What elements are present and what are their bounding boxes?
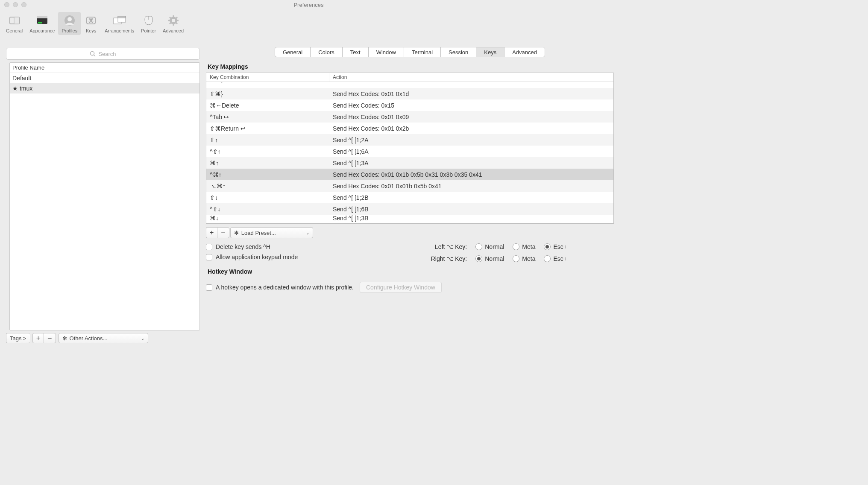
gear-icon: ✻: [62, 335, 67, 342]
other-actions-dropdown[interactable]: ✻ Other Actions... ⌄: [59, 333, 148, 343]
right-opt-esc[interactable]: Esc+: [544, 255, 567, 262]
table-row[interactable]: ^Tab ↦ Send Hex Codes: 0x01 0x09: [206, 111, 613, 123]
table-row[interactable]: ⌘↓ Send ^[ [1;3B: [206, 215, 613, 223]
svg-point-14: [172, 19, 175, 22]
svg-rect-3: [37, 16, 47, 18]
svg-rect-11: [118, 16, 126, 18]
remove-profile-button[interactable]: −: [44, 333, 56, 343]
toolbar-appearance[interactable]: Appearance: [26, 12, 58, 35]
svg-rect-4: [38, 22, 42, 23]
subtab-terminal[interactable]: Terminal: [404, 47, 441, 57]
table-row[interactable]: ^⇧↑ Send ^[ [1;6A: [206, 146, 613, 157]
pointer-icon: [142, 14, 155, 27]
gear-icon: [167, 14, 180, 27]
key-mappings-title: Key Mappings: [208, 63, 614, 70]
add-profile-button[interactable]: +: [32, 333, 44, 343]
gear-icon: ✻: [234, 230, 239, 236]
keys-icon: ⌘: [84, 14, 98, 27]
preferences-window: Preferences General Appearance Profiles …: [0, 0, 617, 348]
left-opt-meta[interactable]: Meta: [513, 243, 535, 250]
table-row[interactable]: ⌥⌘↑ Send Hex Codes: 0x01 0x01b 0x5b 0x41: [206, 180, 613, 192]
search-input[interactable]: Search: [6, 48, 200, 60]
right-opt-label: Right ⌥ Key:: [431, 255, 467, 262]
subtab-colors[interactable]: Colors: [311, 47, 343, 57]
profile-detail-panel: General Colors Text Window Terminal Sess…: [206, 45, 614, 343]
arrangements-icon: [113, 14, 126, 27]
toolbar-advanced[interactable]: Advanced: [159, 12, 187, 35]
table-row[interactable]: ⌘←Delete Send Hex Codes: 0x15: [206, 99, 613, 111]
toolbar-pointer[interactable]: Pointer: [138, 12, 159, 35]
svg-text:⌘: ⌘: [88, 17, 94, 24]
settings-icon: [8, 14, 21, 27]
key-mappings-table[interactable]: Key Combination Action ⇧⌘{ Send Hex Code…: [206, 73, 614, 224]
toolbar-profiles[interactable]: Profiles: [58, 12, 81, 35]
table-body: ⇧⌘{ Send Hex Codes: 0x01 0x1b ⇧⌘} Send H…: [206, 82, 613, 223]
toolbar-arrangements[interactable]: Arrangements: [101, 12, 138, 35]
profile-subtabs: General Colors Text Window Terminal Sess…: [275, 47, 545, 57]
delete-sends-checkbox[interactable]: Delete key sends ^H: [206, 243, 298, 250]
search-icon: [90, 51, 96, 57]
subtab-session[interactable]: Session: [441, 47, 476, 57]
subtab-window[interactable]: Window: [369, 47, 404, 57]
chevron-down-icon: ⌄: [141, 336, 144, 341]
left-opt-label: Left ⌥ Key:: [431, 243, 467, 250]
svg-line-20: [176, 23, 177, 24]
table-row[interactable]: ⌘↑ Send ^[ [1;3A: [206, 157, 613, 169]
svg-point-23: [91, 52, 94, 56]
checkbox-icon: [206, 254, 212, 260]
svg-rect-1: [14, 17, 19, 24]
toolbar-general[interactable]: General: [3, 12, 26, 35]
profiles-header: Profile Name: [10, 63, 199, 73]
table-row[interactable]: ⇧↓ Send ^[ [1;2B: [206, 192, 613, 203]
subtab-keys[interactable]: Keys: [476, 47, 504, 57]
svg-line-24: [94, 55, 95, 56]
titlebar: Preferences: [0, 0, 617, 9]
left-opt-normal[interactable]: Normal: [475, 243, 504, 250]
table-row[interactable]: ⇧↑ Send ^[ [1;2A: [206, 134, 613, 146]
profiles-panel: Search Profile Name Default ★ tmux Tags …: [3, 45, 202, 343]
checkbox-icon: [206, 284, 212, 291]
load-preset-dropdown[interactable]: ✻ Load Preset... ⌄: [230, 227, 313, 238]
chevron-down-icon: ⌄: [306, 231, 309, 235]
remove-mapping-button[interactable]: −: [217, 227, 229, 238]
hotkey-title: Hotkey Window: [208, 268, 614, 275]
svg-line-19: [170, 17, 171, 18]
right-opt-normal[interactable]: Normal: [475, 255, 504, 262]
table-row[interactable]: ^⇧↓ Send ^[ [1;6B: [206, 203, 613, 215]
left-opt-esc[interactable]: Esc+: [544, 243, 567, 250]
toolbar: General Appearance Profiles ⌘ Keys Arran…: [0, 9, 617, 36]
svg-line-22: [176, 17, 177, 18]
svg-line-21: [170, 23, 171, 24]
subtab-general[interactable]: General: [275, 47, 311, 57]
profile-row-default[interactable]: Default: [10, 73, 199, 83]
table-row[interactable]: ^⌘↑ Send Hex Codes: 0x01 0x1b 0x5b 0x31 …: [206, 169, 613, 180]
profiles-list: Profile Name Default ★ tmux: [9, 62, 200, 330]
toolbar-keys[interactable]: ⌘ Keys: [81, 12, 101, 35]
subtab-text[interactable]: Text: [343, 47, 369, 57]
profile-row-tmux[interactable]: ★ tmux: [10, 83, 199, 93]
right-opt-meta[interactable]: Meta: [513, 255, 535, 262]
profile-icon: [63, 14, 76, 27]
col-key[interactable]: Key Combination: [206, 73, 329, 82]
table-row[interactable]: ⇧⌘} Send Hex Codes: 0x01 0x1d: [206, 88, 613, 99]
table-row[interactable]: ⇧⌘Return ↩ Send Hex Codes: 0x01 0x2b: [206, 123, 613, 134]
appearance-icon: [35, 14, 49, 27]
table-row[interactable]: ⇧⌘{ Send Hex Codes: 0x01 0x1b: [206, 82, 613, 88]
allow-keypad-checkbox[interactable]: Allow application keypad mode: [206, 254, 298, 260]
tags-button[interactable]: Tags >: [6, 333, 30, 343]
col-action[interactable]: Action: [329, 73, 613, 82]
configure-hotkey-button[interactable]: Configure Hotkey Window: [360, 282, 442, 293]
checkbox-icon: [206, 244, 212, 250]
subtab-advanced[interactable]: Advanced: [504, 47, 545, 57]
svg-point-6: [67, 17, 72, 21]
table-header: Key Combination Action: [206, 73, 613, 82]
add-mapping-button[interactable]: +: [206, 227, 217, 238]
window-title: Preferences: [0, 2, 617, 8]
hotkey-checkbox[interactable]: A hotkey opens a dedicated window with t…: [206, 284, 354, 291]
